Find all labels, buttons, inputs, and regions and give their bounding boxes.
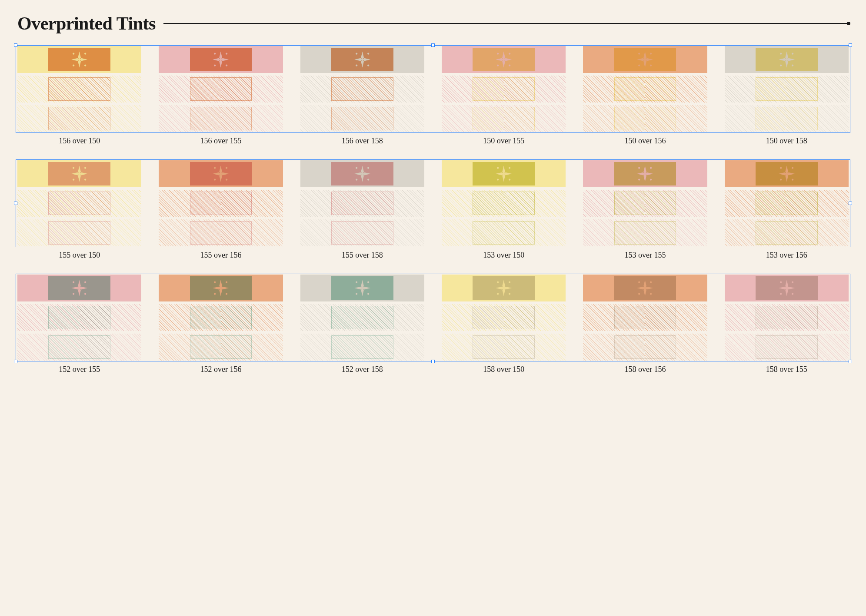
swatch-motif-icon xyxy=(338,50,386,69)
swatch-motif-icon xyxy=(621,50,669,69)
over-ink xyxy=(190,276,252,300)
swatch-cell[interactable]: 156 over 150 xyxy=(17,46,141,146)
selection-handle[interactable] xyxy=(14,43,17,47)
svg-point-4 xyxy=(84,64,86,66)
svg-point-18 xyxy=(497,64,499,66)
over-ink xyxy=(473,221,535,245)
swatch-row xyxy=(583,219,707,246)
swatch-motif-icon xyxy=(197,165,245,183)
swatch-row xyxy=(583,190,707,217)
svg-point-64 xyxy=(84,293,86,295)
swatch-rows xyxy=(300,275,424,361)
swatch-motif-icon xyxy=(55,279,103,297)
swatch-cell[interactable]: 153 over 150 xyxy=(442,160,566,260)
over-ink xyxy=(614,107,676,130)
over-ink xyxy=(331,221,393,245)
svg-point-48 xyxy=(497,179,499,180)
swatch-cell[interactable]: 150 over 155 xyxy=(442,46,566,146)
motif xyxy=(614,276,676,300)
over-ink xyxy=(331,162,393,185)
motif xyxy=(331,276,393,300)
swatch-row xyxy=(159,190,283,217)
swatch-cell[interactable]: 155 over 150 xyxy=(17,160,141,260)
page-title: Overprinted Tints xyxy=(17,13,156,34)
swatch-label: 158 over 156 xyxy=(625,365,666,374)
over-ink xyxy=(756,77,818,101)
over-ink xyxy=(473,48,535,71)
swatch-rows xyxy=(583,160,707,246)
swatch-cell[interactable]: 155 over 156 xyxy=(159,160,283,260)
swatch-rows xyxy=(17,275,141,361)
swatch-cell[interactable]: 158 over 156 xyxy=(583,275,707,374)
swatch-rows xyxy=(442,275,566,361)
swatch-row xyxy=(300,219,424,246)
selection-handle[interactable] xyxy=(849,202,852,205)
swatch-cell[interactable]: 158 over 155 xyxy=(725,275,849,374)
swatch-label: 153 over 155 xyxy=(625,251,666,260)
swatch-motif-icon xyxy=(480,50,528,69)
swatch-row xyxy=(583,275,707,301)
over-ink xyxy=(614,335,676,359)
svg-point-76 xyxy=(497,281,499,283)
svg-point-84 xyxy=(650,293,652,295)
selection-handle[interactable] xyxy=(849,360,852,363)
svg-point-38 xyxy=(214,179,216,180)
svg-point-16 xyxy=(497,53,499,54)
svg-point-46 xyxy=(497,167,499,169)
swatch-row xyxy=(159,304,283,331)
over-ink xyxy=(190,48,252,71)
swatch-row xyxy=(442,190,566,217)
swatch-row xyxy=(442,105,566,132)
svg-point-74 xyxy=(367,293,369,295)
swatch-motif-icon xyxy=(338,279,386,297)
swatch-row xyxy=(300,76,424,103)
swatch-row xyxy=(442,334,566,361)
svg-point-1 xyxy=(73,53,74,54)
svg-point-62 xyxy=(84,281,86,283)
swatch-cell[interactable]: 153 over 156 xyxy=(725,160,849,260)
swatch-motif-icon xyxy=(338,165,386,183)
swatch-label: 153 over 156 xyxy=(766,251,807,260)
over-ink xyxy=(48,306,110,329)
svg-point-71 xyxy=(356,281,357,283)
swatch-row xyxy=(442,275,566,301)
over-ink xyxy=(756,221,818,245)
swatch-rows xyxy=(725,275,849,361)
motif xyxy=(190,48,252,71)
svg-point-83 xyxy=(638,293,640,295)
swatch-row xyxy=(725,160,849,187)
swatch-row xyxy=(442,160,566,187)
swatch-cell[interactable]: 156 over 158 xyxy=(300,46,424,146)
swatch-area: 156 over 150 156 over 155 156 over 158 xyxy=(17,46,849,374)
swatch-cell[interactable]: 150 over 156 xyxy=(583,46,707,146)
swatch-row xyxy=(442,219,566,246)
motif xyxy=(473,276,535,300)
swatch-cell[interactable]: 152 over 155 xyxy=(17,275,141,374)
svg-point-49 xyxy=(509,179,510,180)
swatch-cell[interactable]: 150 over 158 xyxy=(725,46,849,146)
selection-handle[interactable] xyxy=(14,202,17,205)
swatch-cell[interactable]: 153 over 155 xyxy=(583,160,707,260)
selection-handle[interactable] xyxy=(849,43,852,47)
swatch-rows xyxy=(583,46,707,132)
swatch-label: 150 over 155 xyxy=(483,136,524,146)
swatch-rows xyxy=(300,46,424,132)
swatch-row xyxy=(300,275,424,301)
svg-point-7 xyxy=(226,53,227,54)
swatch-cell[interactable]: 152 over 158 xyxy=(300,275,424,374)
swatch-cell[interactable]: 152 over 156 xyxy=(159,275,283,374)
swatch-motif-icon xyxy=(55,50,103,69)
svg-point-82 xyxy=(650,281,652,283)
swatch-cell[interactable]: 158 over 150 xyxy=(442,275,566,374)
over-ink xyxy=(756,48,818,71)
swatch-cell[interactable]: 156 over 155 xyxy=(159,46,283,146)
swatch-row xyxy=(17,105,141,132)
svg-point-77 xyxy=(509,281,510,283)
svg-point-21 xyxy=(638,53,640,54)
swatch-row xyxy=(583,304,707,331)
swatch-row xyxy=(17,46,141,73)
svg-point-34 xyxy=(84,179,86,180)
swatch-row xyxy=(725,76,849,103)
swatch-cell[interactable]: 155 over 158 xyxy=(300,160,424,260)
selection-handle[interactable] xyxy=(14,360,17,363)
